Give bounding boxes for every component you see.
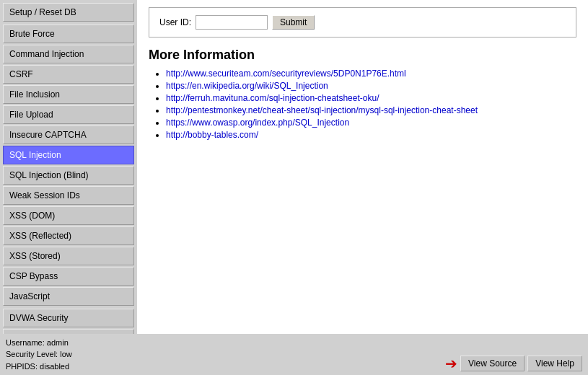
username-label: Username: <box>6 338 45 347</box>
list-item: http://ferruh.mavituna.com/sql-injection… <box>166 93 576 103</box>
sidebar-item-file-inclusion[interactable]: File Inclusion <box>3 85 134 104</box>
username-value: admin <box>47 338 69 347</box>
more-info-links: http://www.securiteam.com/securityreview… <box>149 69 576 140</box>
input-area: User ID: <box>149 7 576 38</box>
footer-buttons: ➔ View Source View Help <box>445 355 582 372</box>
link-1[interactable]: http://www.securiteam.com/securityreview… <box>166 69 406 79</box>
sidebar-item-dvwa-security[interactable]: DVWA Security <box>3 309 134 327</box>
link-3[interactable]: http://ferruh.mavituna.com/sql-injection… <box>166 93 379 103</box>
list-item: https://www.owasp.org/index.php/SQL_Inje… <box>166 118 576 128</box>
sidebar-item-xss-dom[interactable]: XSS (DOM) <box>3 206 134 225</box>
sidebar-item-csrf[interactable]: CSRF <box>3 65 134 84</box>
link-5[interactable]: https://www.owasp.org/index.php/SQL_Inje… <box>166 118 349 128</box>
phpids-info: PHPIDS: disabled <box>6 361 72 373</box>
user-id-label: User ID: <box>159 17 191 27</box>
sidebar-item-javascript[interactable]: JavaScript <box>3 287 134 306</box>
phpids-label: PHPIDS: <box>6 362 38 371</box>
sidebar-item-weak-session-ids[interactable]: Weak Session IDs <box>3 186 134 205</box>
username-info: Username: admin <box>6 337 72 349</box>
sidebar-item-file-upload[interactable]: File Upload <box>3 105 134 124</box>
sidebar-item-xss-reflected[interactable]: XSS (Reflected) <box>3 226 134 245</box>
link-6[interactable]: http://bobby-tables.com/ <box>166 130 258 140</box>
list-item: http://bobby-tables.com/ <box>166 130 576 140</box>
sidebar-item-brute-force[interactable]: Brute Force <box>3 25 134 43</box>
list-item: https://en.wikipedia.org/wiki/SQL_Inject… <box>166 81 576 91</box>
footer-info: Username: admin Security Level: low PHPI… <box>6 337 72 373</box>
sidebar-item-command-injection[interactable]: Command Injection <box>3 45 134 63</box>
security-info: Security Level: low <box>6 348 72 361</box>
phpids-value: disabled <box>40 362 69 371</box>
submit-button[interactable] <box>272 15 315 30</box>
main-content: User ID: More Information http://www.sec… <box>137 0 588 375</box>
more-info-title: More Information <box>149 48 576 63</box>
security-label: Security Level: <box>6 350 58 358</box>
sidebar-item-sql-injection[interactable]: SQL Injection <box>3 146 134 164</box>
view-help-button[interactable]: View Help <box>527 356 582 371</box>
sidebar-item-csp-bypass[interactable]: CSP Bypass <box>3 267 134 286</box>
list-item: http://www.securiteam.com/securityreview… <box>166 69 576 79</box>
footer: Username: admin Security Level: low PHPI… <box>0 334 588 376</box>
sidebar-item-sql-injection-blind[interactable]: SQL Injection (Blind) <box>3 166 134 185</box>
link-2[interactable]: https://en.wikipedia.org/wiki/SQL_Inject… <box>166 81 328 91</box>
list-item: http://pentestmonkey.net/cheat-sheet/sql… <box>166 105 576 115</box>
user-id-input[interactable] <box>196 15 268 30</box>
sidebar-item-xss-stored[interactable]: XSS (Stored) <box>3 247 134 265</box>
sidebar-setup-reset-db[interactable]: Setup / Reset DB <box>3 3 134 22</box>
more-info-section: More Information http://www.securiteam.c… <box>149 48 576 140</box>
view-source-button[interactable]: View Source <box>460 356 525 371</box>
sidebar: Setup / Reset DB Brute Force Command Inj… <box>0 0 137 375</box>
arrow-right-icon: ➔ <box>445 355 457 372</box>
security-value: low <box>60 350 72 358</box>
link-4[interactable]: http://pentestmonkey.net/cheat-sheet/sql… <box>166 105 478 115</box>
sidebar-item-insecure-captcha[interactable]: Insecure CAPTCHA <box>3 125 134 144</box>
